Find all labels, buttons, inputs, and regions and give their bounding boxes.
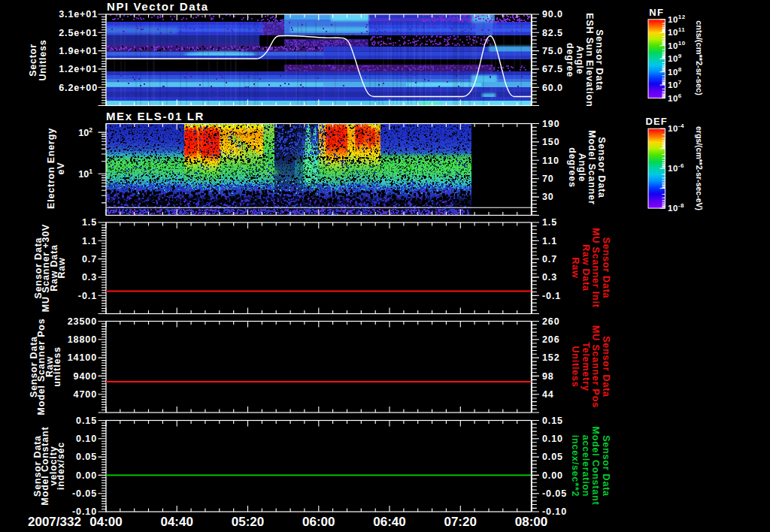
- svg-text:0.00: 0.00: [542, 470, 563, 481]
- svg-text:0.3: 0.3: [82, 272, 97, 283]
- svg-text:30: 30: [542, 192, 554, 202]
- svg-text:-0.1: -0.1: [78, 291, 97, 301]
- svg-text:degree: degree: [565, 43, 575, 77]
- svg-text:1.2e+01: 1.2e+01: [59, 64, 98, 74]
- svg-text:Sensor Data: Sensor Data: [596, 137, 607, 198]
- svg-text:ESH Sun Elevation: ESH Sun Elevation: [584, 13, 595, 107]
- svg-text:-0.1: -0.1: [542, 291, 561, 301]
- svg-text:152: 152: [542, 352, 560, 363]
- svg-text:0.00: 0.00: [76, 470, 97, 481]
- svg-text:06:00: 06:00: [302, 515, 335, 529]
- svg-text:110: 110: [542, 156, 559, 166]
- svg-text:Model Scanner: Model Scanner: [587, 130, 597, 204]
- svg-text:206: 206: [542, 334, 560, 345]
- svg-text:14100: 14100: [68, 352, 97, 363]
- svg-text:9400: 9400: [74, 371, 97, 382]
- svg-text:1.1: 1.1: [82, 236, 97, 246]
- svg-text:67.5: 67.5: [542, 64, 563, 74]
- svg-text:Raw: Raw: [56, 257, 67, 278]
- svg-text:1.5: 1.5: [82, 217, 97, 228]
- svg-text:44: 44: [542, 389, 554, 400]
- svg-text:1.9e+01: 1.9e+01: [59, 46, 98, 56]
- svg-text:0.7: 0.7: [82, 254, 97, 264]
- svg-text:0.10: 0.10: [542, 434, 563, 444]
- svg-text:90.0: 90.0: [542, 9, 563, 20]
- svg-text:190: 190: [542, 119, 560, 129]
- svg-text:05:20: 05:20: [232, 515, 264, 529]
- svg-text:3.1e+01: 3.1e+01: [59, 9, 98, 20]
- svg-text:incex/sec**2: incex/sec**2: [570, 435, 581, 497]
- svg-text:cnts/(cm**2-sr-sec): cnts/(cm**2-sr-sec): [695, 20, 704, 95]
- svg-text:Model Constant: Model Constant: [590, 427, 601, 506]
- svg-text:1.5: 1.5: [542, 217, 557, 228]
- svg-text:260: 260: [542, 316, 560, 327]
- svg-text:0.3: 0.3: [542, 272, 557, 283]
- svg-text:Telemetry: Telemetry: [581, 342, 591, 391]
- svg-text:2.5e+01: 2.5e+01: [59, 28, 98, 38]
- svg-text:eV: eV: [56, 162, 66, 175]
- svg-text:acceleration: acceleration: [581, 435, 591, 497]
- svg-text:index/sec: index/sec: [56, 442, 66, 490]
- svg-text:-0.05: -0.05: [542, 488, 567, 499]
- svg-text:NPI Vector Data: NPI Vector Data: [107, 0, 209, 13]
- svg-text:Angle: Angle: [574, 46, 585, 75]
- svg-text:60.0: 60.0: [542, 83, 563, 93]
- svg-text:unitless: unitless: [52, 346, 62, 387]
- svg-text:Raw Data: Raw Data: [581, 244, 591, 292]
- svg-text:23500: 23500: [68, 316, 97, 327]
- svg-text:2007/332: 2007/332: [28, 515, 81, 529]
- svg-text:Sensor Data: Sensor Data: [601, 336, 611, 397]
- svg-text:Angle: Angle: [577, 153, 587, 183]
- svg-text:Sector: Sector: [28, 44, 38, 77]
- svg-text:Raw: Raw: [570, 257, 581, 278]
- svg-text:MU Scanner Init: MU Scanner Init: [590, 228, 601, 307]
- svg-text:0.05: 0.05: [542, 452, 563, 462]
- svg-text:0.15: 0.15: [542, 416, 563, 426]
- svg-text:98: 98: [542, 371, 554, 382]
- svg-text:06:40: 06:40: [373, 515, 405, 529]
- svg-text:07:20: 07:20: [444, 515, 476, 529]
- svg-text:4700: 4700: [74, 389, 97, 400]
- svg-text:Sensor Data: Sensor Data: [601, 237, 611, 299]
- svg-text:150: 150: [542, 137, 560, 147]
- svg-text:04:40: 04:40: [160, 515, 192, 529]
- svg-text:-0.05: -0.05: [72, 488, 97, 499]
- svg-text:1.1: 1.1: [542, 236, 557, 246]
- svg-text:18800: 18800: [68, 334, 97, 345]
- svg-text:DEF: DEF: [645, 116, 668, 127]
- svg-text:0.10: 0.10: [76, 434, 97, 444]
- svg-text:Electron Energy: Electron Energy: [46, 128, 56, 209]
- svg-text:08:00: 08:00: [515, 515, 547, 529]
- svg-text:Sensor Data: Sensor Data: [601, 435, 611, 497]
- svg-text:04:00: 04:00: [89, 515, 122, 529]
- svg-text:70: 70: [542, 174, 554, 184]
- svg-text:82.5: 82.5: [542, 28, 563, 38]
- svg-text:0.15: 0.15: [76, 416, 97, 426]
- svg-text:degrees: degrees: [567, 147, 578, 188]
- svg-text:Unitless: Unitless: [38, 39, 48, 80]
- svg-text:0.05: 0.05: [76, 452, 97, 462]
- svg-text:0.7: 0.7: [542, 254, 557, 264]
- svg-text:Unitless: Unitless: [570, 346, 581, 387]
- svg-text:ergs/(cm**2-sr-sec-eV): ergs/(cm**2-sr-sec-eV): [695, 126, 704, 210]
- svg-text:MU Scanner Pos: MU Scanner Pos: [590, 325, 601, 408]
- svg-text:MEx ELS-01 LR: MEx ELS-01 LR: [106, 110, 205, 122]
- svg-text:75.0: 75.0: [542, 46, 563, 56]
- svg-text:Sensor Data: Sensor Data: [594, 29, 605, 91]
- svg-text:NF: NF: [649, 7, 664, 18]
- svg-text:6.2e+00: 6.2e+00: [59, 83, 98, 93]
